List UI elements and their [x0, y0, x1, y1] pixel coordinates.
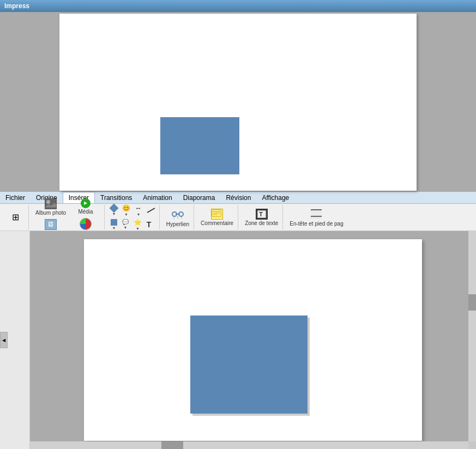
- toolbar-section-hyperlink: Hyperlien: [162, 205, 194, 229]
- square-shape-button[interactable]: ▼: [109, 219, 119, 230]
- en-tete-label: En-tête et pied de pag: [290, 221, 343, 227]
- menu-diaporama[interactable]: Diaporama: [178, 192, 221, 203]
- callout-dropdown-arrow: ▼: [123, 226, 127, 229]
- vertical-scrollbar[interactable]: [468, 231, 476, 441]
- slide-panel: ◀: [0, 231, 30, 449]
- menu-fichier[interactable]: Fichier: [0, 192, 31, 203]
- toolbar: ⊞ Album photo 🖼 Image ▶ Méd: [0, 204, 476, 231]
- menu-animation[interactable]: Animation: [137, 192, 177, 203]
- horizontal-scrollbar[interactable]: [30, 441, 468, 449]
- en-tete-button[interactable]: En-tête et pied de pag: [287, 207, 345, 228]
- svg-text:T: T: [259, 211, 263, 217]
- toolbar-section-table: ⊞: [2, 205, 29, 229]
- zone-de-texte-button[interactable]: T Zone de texte: [243, 208, 280, 227]
- main-canvas-area: [30, 231, 476, 449]
- album-photo-button[interactable]: Album photo: [33, 197, 68, 217]
- media-label: Média: [78, 209, 93, 215]
- star-icon: ⭐: [134, 219, 142, 226]
- tableau-icon: ⊞: [12, 212, 19, 222]
- slide-preview-area: [0, 12, 476, 192]
- toolbar-section-comment: Commentaire: [196, 205, 238, 229]
- image-icon: 🖼: [45, 219, 57, 230]
- arrow-button[interactable]: ↔ ▼: [134, 204, 143, 217]
- table-tool-group: ⊞: [4, 211, 26, 223]
- toolbar-section-image: Album photo 🖼 Image ▶ Média Diagramme: [31, 205, 105, 229]
- slide-canvas-top: [59, 14, 417, 191]
- square-dropdown-arrow: ▼: [112, 226, 116, 230]
- text-button[interactable]: T: [145, 220, 153, 229]
- menu-affichage[interactable]: Affichage: [256, 192, 294, 203]
- star-dropdown-arrow: ▼: [136, 227, 140, 230]
- main-area: ◀: [0, 231, 476, 449]
- hyperlien-icon: [171, 208, 185, 221]
- scroll-left-btn[interactable]: ◀: [0, 332, 8, 348]
- menu-revision[interactable]: Révision: [220, 192, 256, 203]
- text-T-icon: T: [147, 220, 152, 229]
- arrow-dropdown-arrow: ▼: [136, 213, 140, 216]
- hyperlien-button[interactable]: Hyperlien: [164, 207, 191, 228]
- callout-button[interactable]: 💬 ▼: [120, 219, 130, 230]
- slide-main-shape[interactable]: [190, 315, 308, 414]
- line-button[interactable]: [145, 209, 157, 211]
- media-icon: ▶: [81, 198, 91, 208]
- toolbar-section-shapes: ▼ 😊 ▼ ↔ ▼ ▼ �: [107, 205, 160, 229]
- commentaire-icon: [211, 209, 223, 220]
- smiley-button[interactable]: 😊 ▼: [120, 204, 132, 217]
- line-icon: [147, 208, 155, 213]
- toolbar-section-header: En-tête et pied de pag: [285, 205, 347, 229]
- title-bar: Impress: [0, 0, 476, 12]
- toolbar-section-textbox: T Zone de texte: [240, 205, 283, 229]
- star-button[interactable]: ⭐ ▼: [132, 218, 143, 231]
- diagramme-icon: [80, 218, 92, 230]
- horizontal-scroll-thumb[interactable]: [161, 441, 183, 449]
- bidirectional-arrow-icon: ↔: [135, 204, 142, 212]
- diamond-icon: [109, 203, 118, 213]
- slide-canvas-main[interactable]: [84, 239, 422, 441]
- app-title: Impress: [4, 2, 29, 10]
- scroll-corner: [468, 441, 476, 449]
- zone-de-texte-label: Zone de texte: [245, 220, 278, 226]
- album-photo-icon: [45, 198, 57, 209]
- zone-de-texte-icon: T: [256, 209, 268, 220]
- callout-icon: 💬: [122, 219, 129, 225]
- square-icon: [111, 219, 117, 226]
- tableau-button[interactable]: ⊞: [5, 211, 26, 223]
- vertical-scroll-thumb[interactable]: [468, 294, 476, 311]
- hyperlien-label: Hyperlien: [166, 221, 189, 227]
- diamond-shape-button[interactable]: ▼: [109, 204, 119, 216]
- media-button[interactable]: ▶ Média: [75, 197, 96, 216]
- album-photo-label: Album photo: [35, 210, 66, 216]
- smiley-dropdown-arrow: ▼: [124, 213, 128, 216]
- slide-shape-top: [160, 117, 239, 174]
- smiley-icon: 😊: [122, 204, 130, 212]
- en-tete-icon: [310, 208, 322, 220]
- commentaire-button[interactable]: Commentaire: [198, 208, 236, 227]
- commentaire-label: Commentaire: [201, 220, 233, 226]
